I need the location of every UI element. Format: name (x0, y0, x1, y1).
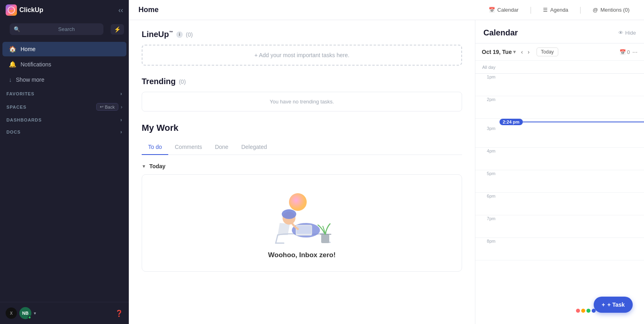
lineup-count: (0) (186, 31, 193, 38)
time-row-7pm: 7pm (475, 215, 644, 238)
mentions-button[interactable]: @ Mentions (0) (588, 4, 634, 15)
tab-todo[interactable]: To do (142, 140, 168, 155)
back-label: Back (105, 105, 115, 109)
sidebar-item-home-label: Home (21, 46, 35, 52)
svg-point-0 (8, 7, 14, 13)
trending-empty-text: You have no trending tasks. (270, 99, 334, 105)
lineup-info-icon[interactable]: i (176, 31, 183, 38)
orange-dot (581, 309, 585, 313)
lineup-add-button[interactable]: + Add your most important tasks here. (142, 45, 462, 66)
green-dot (586, 309, 590, 313)
event-count: 0 (627, 49, 630, 55)
user-avatar[interactable]: NB (19, 307, 31, 319)
user-dropdown-arrow[interactable]: ▾ (34, 311, 36, 316)
topbar: Home 📅 Calendar | ☰ Agenda | @ Mentions … (129, 0, 644, 20)
calendar-button[interactable]: 📅 Calendar (484, 4, 524, 15)
date-selector[interactable]: Oct 19, Tue ▾ (482, 49, 516, 55)
sidebar-item-show-more[interactable]: ↓ Show more (2, 72, 126, 87)
agenda-button[interactable]: ☰ Agenda (538, 4, 573, 15)
time-1pm: 1pm (475, 74, 500, 79)
time-3pm: 3pm (475, 125, 500, 131)
date-chevron-icon: ▾ (513, 49, 516, 55)
red-dot (576, 309, 580, 313)
tab-todo-label: To do (148, 144, 162, 150)
back-icon: ↩ (100, 104, 103, 109)
time-5pm: 5pm (475, 170, 500, 176)
calendar-nav: Oct 19, Tue ▾ ‹ › Today 📅 0 ⋯ (475, 43, 644, 61)
tab-done-label: Done (215, 144, 228, 150)
current-time-indicator: 2:24 pm (500, 119, 644, 125)
calendar-btn-label: Calendar (497, 7, 519, 13)
all-day-row: All day (475, 61, 644, 74)
color-dots-button[interactable] (576, 309, 596, 313)
eye-off-icon: 👁 (618, 30, 623, 36)
trademark: ™ (169, 30, 173, 35)
calendar-more-button[interactable]: ⋯ (632, 49, 638, 55)
app-name: ClickUp (19, 6, 43, 14)
time-row-1pm: 1pm (475, 74, 644, 96)
time-row-2pm: 2pm (475, 96, 644, 119)
at-icon: @ (593, 7, 598, 13)
spaces-section[interactable]: SPACES ↩ Back › (0, 99, 129, 113)
mywork-title: My Work (142, 123, 462, 133)
sidebar-item-notifications[interactable]: 🔔 Notifications (2, 57, 126, 72)
next-day-button[interactable]: › (526, 47, 532, 56)
svg-point-1 (289, 193, 307, 211)
today-section[interactable]: ▼ Today (142, 163, 462, 169)
calendar-event-count[interactable]: 📅 0 (619, 49, 630, 55)
app-logo-icon (6, 4, 17, 16)
time-row-5pm: 5pm (475, 170, 644, 193)
topbar-divider-2: | (580, 6, 582, 14)
time-6pm: 6pm (475, 193, 500, 198)
lineup-title-text: LineUp™ (142, 30, 173, 39)
add-task-button[interactable]: + + Task (594, 297, 633, 313)
quick-action-button[interactable]: ⚡ (111, 24, 124, 35)
tab-delegated[interactable]: Delegated (235, 140, 273, 155)
sidebar-item-notifications-label: Notifications (21, 61, 51, 68)
calendar-title: Calendar (483, 28, 518, 37)
search-bar[interactable]: 🔍 Search (10, 23, 103, 35)
arrow-down-icon: ↓ (9, 76, 12, 83)
online-status-dot (28, 316, 31, 319)
calendar-mini-icon: 📅 (619, 49, 626, 55)
favorites-section[interactable]: FAVORITES › (0, 87, 129, 99)
sidebar-item-home[interactable]: 🏠 Home (2, 42, 126, 56)
trending-section-title: Trending (0) (142, 77, 462, 86)
logo: ClickUp (6, 4, 43, 16)
time-8pm: 8pm (475, 238, 500, 244)
favorites-label: FAVORITES (6, 91, 34, 96)
help-button[interactable]: ❓ (115, 310, 123, 317)
add-task-label: + Task (607, 301, 625, 308)
calendar-icon: 📅 (489, 7, 495, 13)
hide-calendar-button[interactable]: 👁 Hide (618, 30, 636, 36)
plus-icon: + (602, 301, 605, 308)
time-row-3pm: 3pm (475, 125, 644, 148)
collapse-sidebar-button[interactable]: ‹‹ (118, 6, 123, 14)
agenda-icon: ☰ (543, 7, 548, 13)
today-button[interactable]: Today (537, 47, 558, 56)
trending-empty-message: You have no trending tasks. (142, 92, 462, 111)
main-area: Home 📅 Calendar | ☰ Agenda | @ Mentions … (129, 0, 644, 324)
dashboards-section[interactable]: DASHBOARDS › (0, 113, 129, 125)
favorites-chevron-icon: › (120, 91, 122, 97)
tab-comments[interactable]: Comments (168, 140, 208, 155)
user-info: X NB ▾ (6, 307, 36, 319)
svg-point-4 (282, 209, 296, 219)
topbar-actions: 📅 Calendar | ☰ Agenda | @ Mentions (0) (484, 4, 634, 15)
sidebar-header: ClickUp ‹‹ (0, 0, 129, 20)
tab-done[interactable]: Done (208, 140, 235, 155)
sidebar-item-show-more-label: Show more (16, 76, 45, 83)
hide-btn-label: Hide (625, 30, 636, 36)
back-button[interactable]: ↩ Back (96, 103, 118, 111)
mentions-btn-label: Mentions (0) (601, 7, 630, 13)
prev-day-button[interactable]: ‹ (519, 47, 525, 56)
sidebar-bottom: X NB ▾ ❓ (0, 302, 129, 324)
docs-section[interactable]: DOCS › (0, 125, 129, 137)
all-day-label: All day (475, 65, 500, 70)
page-title: Home (138, 6, 159, 14)
calendar-nav-arrows: ‹ › (519, 47, 531, 56)
docs-label: DOCS (6, 130, 21, 134)
calendar-header: Calendar 👁 Hide (475, 20, 644, 43)
agenda-btn-label: Agenda (550, 7, 568, 13)
home-icon: 🏠 (9, 45, 17, 53)
